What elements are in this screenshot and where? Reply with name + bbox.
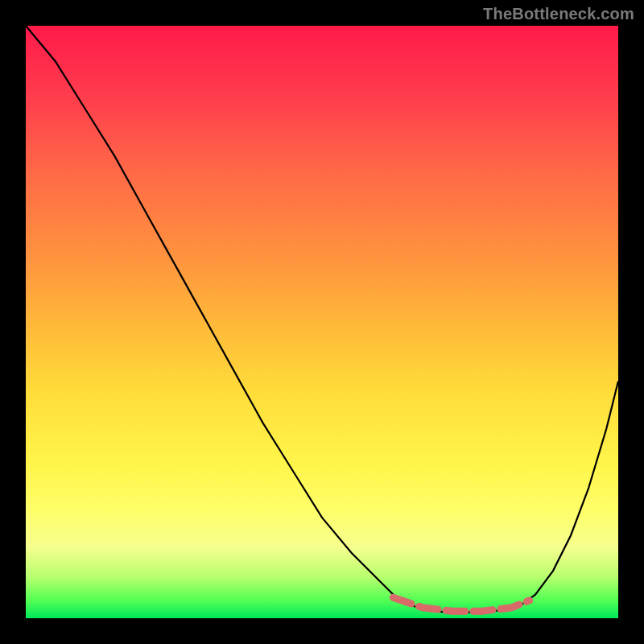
chart-curve [26,26,618,613]
watermark-text: TheBottleneck.com [483,5,634,23]
chart-highlight-segment [393,597,529,611]
chart-container: TheBottleneck.com [0,0,644,644]
chart-overlay [26,26,618,618]
